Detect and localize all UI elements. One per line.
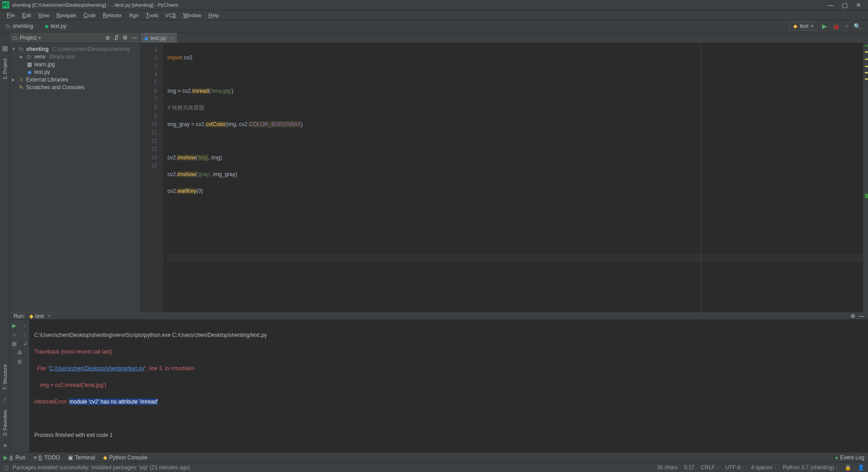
expand-icon[interactable]: ▶	[20, 54, 24, 59]
event-log-tool-tab[interactable]: ●Event Log	[835, 454, 864, 461]
folder-icon: 🗀	[5, 23, 11, 29]
breadcrumb-file-label: text.py	[50, 23, 66, 29]
favorites-tool-button[interactable]: 2: Favorites	[2, 410, 8, 436]
run-configuration-selector[interactable]: ◆ text ▾	[789, 22, 817, 31]
stop-button: ■	[845, 23, 848, 29]
tree-root[interactable]: ▼ 🗀 shenting C:\Users\chen\Desktop\shent…	[10, 45, 140, 53]
breadcrumb-root-label: shenting	[13, 23, 33, 29]
editor-area: ◆ text.py × 123 456 789 101112 131415 im…	[140, 32, 868, 313]
layout-icon[interactable]: ▦	[11, 340, 18, 347]
console-exit: Process finished with exit code 1	[34, 431, 863, 440]
code-editor[interactable]: import cv2 img = cv2.imread('lena.jpg') …	[164, 43, 863, 313]
minimize-icon[interactable]: —	[827, 1, 834, 9]
expand-icon[interactable]: ▼	[12, 47, 16, 51]
menu-navigate[interactable]: Navigate	[54, 11, 80, 19]
tree-external-libraries[interactable]: ▶ ⫴ External Libraries	[10, 76, 140, 83]
editor-error-stripe[interactable]	[863, 43, 868, 313]
hide-icon[interactable]: —	[859, 313, 864, 319]
menu-file[interactable]: File	[4, 11, 18, 19]
breadcrumb-root[interactable]: 🗀 shenting	[4, 23, 35, 29]
terminal-tool-tab[interactable]: ▣Terminal	[68, 454, 95, 461]
maximize-icon[interactable]: ▢	[842, 1, 848, 9]
tree-venv[interactable]: ▶ 🗀 venv library root	[10, 53, 140, 60]
run-toolbar: ▶↑ ■↓ ▦↲ 🖶 🗑	[10, 320, 30, 458]
title-bar: PC shenting [C:\Users\chen\Desktop\shent…	[0, 0, 868, 10]
stop-button[interactable]: ■	[11, 331, 18, 338]
menu-view[interactable]: View	[35, 11, 53, 19]
readonly-lock-icon[interactable]: 🔒	[845, 464, 851, 471]
tree-file-text-label: text.py	[34, 69, 50, 75]
app-icon: PC	[2, 1, 9, 9]
soft-wrap-icon[interactable]: ↲	[22, 340, 28, 347]
menu-help[interactable]: Help	[205, 11, 222, 19]
hector-icon[interactable]: 👤	[858, 464, 864, 471]
run-console[interactable]: C:\Users\chen\Desktop\shenting\venv\Scri…	[30, 320, 868, 458]
status-position[interactable]: 5:17	[684, 464, 694, 471]
menu-code[interactable]: Code	[81, 11, 99, 19]
delete-icon[interactable]: 🗑	[17, 359, 23, 365]
up-icon[interactable]: ↑	[22, 322, 28, 329]
settings-icon[interactable]: ⚙	[850, 313, 855, 319]
project-panel: 🗀 Project ▾ ⊕ ⇵ ⚙ — ▼ 🗀 shenting	[10, 32, 140, 313]
tree-venv-note: library root	[49, 54, 75, 60]
menu-vcs[interactable]: VCS	[162, 11, 179, 19]
close-tab-icon[interactable]: ×	[170, 36, 173, 41]
status-indent[interactable]: 4 spaces⫶	[751, 464, 777, 471]
menu-edit[interactable]: Edit	[19, 11, 34, 19]
collapse-all-icon[interactable]: ⇵	[114, 34, 119, 41]
editor-gutter[interactable]: 123 456 789 101112 131415	[140, 43, 164, 313]
favorites-icon[interactable]: ★	[3, 442, 8, 449]
run-button[interactable]: ▶	[822, 23, 827, 30]
status-message: Packages installed successfully: Install…	[13, 464, 190, 471]
run-tab[interactable]: ◆ text ×	[29, 313, 50, 319]
project-tool-button[interactable]: 1: Project	[2, 57, 8, 81]
python-file-icon: ◆	[144, 35, 148, 41]
tree-file-learn[interactable]: ▦ learn.jpg	[10, 60, 140, 68]
python-icon: ◆	[29, 313, 33, 319]
search-everywhere-button[interactable]: 🔍	[854, 23, 861, 30]
breadcrumb-file[interactable]: ◆ text.py	[43, 23, 68, 29]
tree-file-text[interactable]: ◆ text.py	[10, 68, 140, 76]
editor-tab-text[interactable]: ◆ text.py ×	[140, 33, 177, 43]
run-tool-tab[interactable]: ▶4: Run	[4, 454, 25, 461]
console-selected-text: module 'cv2' has no attribute 'imread'	[69, 399, 158, 405]
run-panel-label: Run:	[14, 313, 25, 319]
print-icon[interactable]: 🖶	[17, 349, 23, 356]
expand-icon[interactable]: ▶	[12, 77, 16, 82]
hide-icon[interactable]: —	[131, 34, 137, 41]
scroll-from-source-icon[interactable]: ⊕	[105, 34, 110, 41]
close-tab-icon[interactable]: ×	[48, 313, 51, 319]
structure-icon[interactable]: ⫯	[4, 397, 6, 403]
menu-window[interactable]: Window	[180, 11, 204, 19]
run-icon: ▶	[4, 454, 8, 461]
menu-run[interactable]: Run	[126, 11, 142, 19]
down-icon[interactable]: ↓	[22, 331, 28, 338]
todo-icon: ≡	[33, 454, 36, 461]
debug-button[interactable]: 🐞	[832, 23, 840, 30]
status-interpreter[interactable]: Python 3.7 (shenting)⫶	[783, 464, 838, 471]
python-file-icon: ◆	[26, 69, 32, 75]
settings-icon[interactable]: ⚙	[122, 34, 128, 41]
rerun-button[interactable]: ▶	[11, 322, 18, 329]
status-icon[interactable]: ▢	[4, 464, 10, 471]
console-error-line: AttributeError: module 'cv2' has no attr…	[34, 398, 863, 406]
project-tree[interactable]: ▼ 🗀 shenting C:\Users\chen\Desktop\shent…	[10, 43, 140, 93]
menu-tools[interactable]: Tools	[143, 11, 162, 19]
event-log-icon: ●	[835, 454, 838, 461]
status-line-separator[interactable]: CRLF⫶	[701, 464, 719, 471]
dropdown-icon[interactable]: ▾	[38, 35, 41, 41]
console-command: C:\Users\chen\Desktop\shenting\venv\Scri…	[34, 331, 863, 340]
menu-refactor[interactable]: Refactor	[100, 11, 125, 19]
close-icon[interactable]: ✕	[856, 1, 861, 9]
traceback-file-link[interactable]: C:/Users/chen/Desktop/shenting/text.py	[50, 365, 145, 372]
todo-tool-tab[interactable]: ≡6: TODO	[33, 454, 60, 461]
menu-bar: File Edit View Navigate Code Refactor Ru…	[0, 10, 868, 20]
project-tool-button-icon[interactable]	[2, 46, 8, 51]
editor-right-margin	[701, 43, 701, 313]
scratches-icon: ✎	[18, 84, 24, 91]
python-console-tool-tab[interactable]: ◆Python Console	[103, 454, 147, 461]
tree-scratches[interactable]: ✎ Scratches and Consoles	[10, 83, 140, 91]
structure-tool-button[interactable]: 7: Structure	[2, 364, 8, 390]
run-configuration-label: text	[800, 23, 808, 29]
status-encoding[interactable]: UTF-8⫶	[725, 464, 745, 471]
